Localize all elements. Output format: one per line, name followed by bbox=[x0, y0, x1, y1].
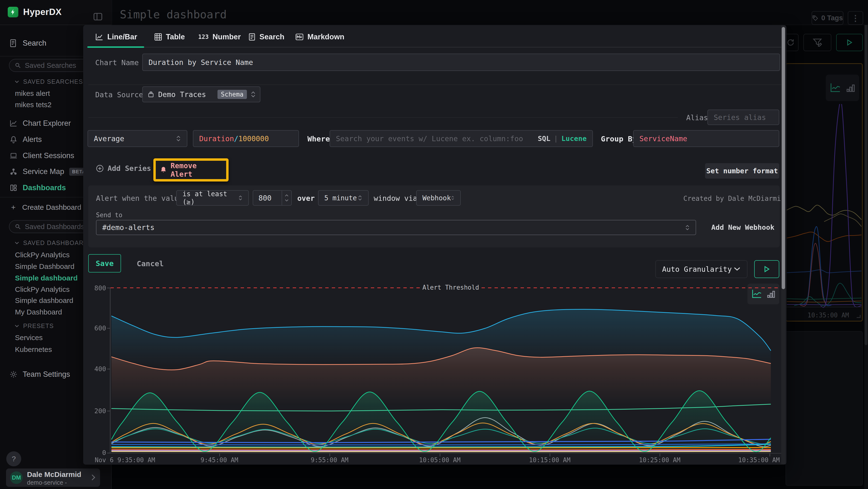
group-by-label: Group By bbox=[601, 135, 637, 143]
tab-number[interactable]: 123 Number bbox=[198, 33, 241, 41]
field-expression-input[interactable]: Duration/1000000 bbox=[193, 130, 299, 147]
search-placeholder: Search your events w/ Lucene ex. column:… bbox=[336, 135, 523, 143]
group-by-input[interactable]: ServiceName bbox=[633, 130, 779, 147]
save-button[interactable]: Save bbox=[88, 254, 121, 272]
modal-scrollbar-thumb[interactable] bbox=[782, 27, 785, 289]
set-number-format-button[interactable]: Set number format bbox=[705, 163, 779, 179]
123-icon: 123 bbox=[198, 33, 209, 40]
expr-number: 1000000 bbox=[239, 135, 269, 143]
avatar: DM bbox=[10, 471, 23, 484]
bar-chart-icon bbox=[767, 289, 775, 299]
series-divider bbox=[89, 117, 678, 118]
line-chart-icon bbox=[751, 289, 762, 299]
presets-header[interactable]: PRESETS bbox=[14, 322, 54, 329]
help-button[interactable]: ? bbox=[6, 451, 21, 466]
chevron-down-icon bbox=[14, 80, 19, 84]
chart-type-toggle[interactable] bbox=[747, 284, 779, 304]
data-source-select[interactable]: Demo Traces Schema bbox=[142, 86, 260, 102]
active-tab-underline bbox=[87, 46, 144, 48]
aggregation-select[interactable]: Average bbox=[88, 130, 187, 147]
stepper-down-icon bbox=[285, 199, 289, 202]
alert-channel-select[interactable]: Webhook bbox=[416, 190, 461, 206]
chevron-down-icon bbox=[734, 267, 741, 271]
granularity-select[interactable]: Auto Granularity bbox=[655, 260, 747, 278]
hyperdx-logo-icon bbox=[8, 7, 18, 18]
user-subtitle: demo-service - bbox=[27, 479, 67, 486]
alias-input[interactable]: Series alias bbox=[707, 110, 779, 125]
saved-search-item[interactable]: mikes tets2 bbox=[15, 100, 52, 109]
send-to-select[interactable]: #demo-alerts bbox=[96, 220, 696, 235]
saved-search-item[interactable]: mikes alert bbox=[15, 89, 50, 97]
user-name: Dale McDiarmid bbox=[27, 470, 81, 479]
dashboard-item[interactable]: Simple dashboard bbox=[15, 296, 73, 305]
y-tick-200: 200 bbox=[89, 407, 106, 415]
alert-prefix-label: Alert when the value bbox=[96, 194, 183, 202]
chevron-updown-icon bbox=[451, 195, 455, 201]
markdown-icon bbox=[296, 33, 304, 40]
alert-threshold-input[interactable]: 800 bbox=[253, 190, 292, 206]
line-chart-icon bbox=[95, 33, 103, 41]
sidebar-search-label: Search bbox=[23, 39, 46, 48]
preview-run-button[interactable] bbox=[754, 260, 779, 278]
data-source-label: Data Source bbox=[95, 90, 143, 99]
duration-chart-canvas[interactable] bbox=[111, 280, 772, 453]
saved-searches-header[interactable]: SAVED SEARCHES bbox=[14, 78, 83, 85]
chevron-updown-icon bbox=[238, 195, 243, 201]
add-new-webhook-button[interactable]: Add New Webhook bbox=[711, 223, 774, 231]
chevron-down-icon bbox=[14, 241, 19, 245]
saved-dashboards-placeholder: Saved Dashboards bbox=[25, 223, 84, 231]
chevron-updown-icon bbox=[250, 91, 256, 98]
play-icon bbox=[763, 265, 770, 273]
dashboard-item[interactable]: My Dashboard bbox=[15, 308, 62, 316]
chevron-updown-icon bbox=[685, 225, 690, 231]
annotation-highlight-box bbox=[153, 158, 228, 181]
add-series-button[interactable]: Add Series bbox=[96, 164, 151, 173]
dashboard-item-active[interactable]: Simple dashboard bbox=[15, 274, 78, 282]
x-tick-label: 10:05:00 AM bbox=[419, 456, 461, 464]
box-icon bbox=[148, 91, 154, 98]
alias-label: Alias bbox=[686, 113, 708, 122]
brand-name: HyperDX bbox=[23, 7, 62, 17]
tabs-underline-track bbox=[89, 47, 781, 48]
sql-toggle[interactable]: SQL bbox=[538, 135, 550, 143]
user-menu[interactable]: DM Dale McDiarmid demo-service - bbox=[6, 468, 100, 487]
service-map-icon bbox=[9, 168, 18, 175]
alert-condition-select[interactable]: is at least (≥) bbox=[176, 190, 249, 206]
tab-markdown[interactable]: Markdown bbox=[296, 33, 344, 41]
x-tick-label: Nov 6 9:35:00 AM bbox=[95, 456, 155, 464]
chart-name-input[interactable]: Duration by Service Name bbox=[142, 54, 780, 71]
number-stepper[interactable] bbox=[282, 191, 291, 205]
where-search-input[interactable]: Search your events w/ Lucene ex. column:… bbox=[330, 130, 593, 147]
gear-icon bbox=[9, 371, 18, 378]
dashboard-item[interactable]: Simple Dashboard bbox=[15, 262, 74, 270]
brand: HyperDX bbox=[8, 7, 62, 18]
schema-badge: Schema bbox=[217, 90, 247, 99]
tab-search[interactable]: Search bbox=[248, 33, 284, 41]
chevron-down-icon bbox=[14, 324, 19, 328]
alert-threshold-label: Alert Threshold bbox=[420, 283, 482, 292]
where-label: Where bbox=[307, 135, 330, 143]
sidebar-collapse-icon[interactable] bbox=[93, 12, 103, 22]
cancel-button[interactable]: Cancel bbox=[137, 259, 164, 268]
x-tick-label: 9:45:00 AM bbox=[200, 456, 239, 464]
table-icon bbox=[154, 33, 162, 41]
y-tick-800: 800 bbox=[89, 284, 106, 292]
alert-window-select[interactable]: 5 minute bbox=[318, 190, 369, 206]
dashboard-item[interactable]: ClickPy Analytics bbox=[15, 285, 70, 293]
x-tick-label: 10:15:00 AM bbox=[529, 456, 570, 464]
chevron-updown-icon bbox=[176, 135, 181, 142]
x-tick-label: 10:35:00 AM bbox=[738, 456, 780, 464]
saved-dashboards-header[interactable]: SAVED DASHBOARDS bbox=[14, 239, 93, 247]
preset-item[interactable]: Services bbox=[15, 334, 43, 342]
bell-icon bbox=[9, 136, 18, 143]
dashboard-item[interactable]: ClickPy Analytics bbox=[15, 251, 70, 259]
plus-circle-icon bbox=[96, 165, 104, 172]
tab-line-bar[interactable]: Line/Bar bbox=[95, 33, 137, 41]
modal-scrollbar-track[interactable] bbox=[781, 26, 785, 464]
preset-item[interactable]: Kubernetes bbox=[15, 345, 52, 353]
lucene-toggle[interactable]: Lucene bbox=[561, 135, 587, 143]
logs-icon bbox=[9, 39, 18, 47]
tab-table[interactable]: Table bbox=[154, 33, 185, 41]
chart-explorer-icon bbox=[9, 120, 18, 127]
modal-divider bbox=[89, 84, 781, 85]
